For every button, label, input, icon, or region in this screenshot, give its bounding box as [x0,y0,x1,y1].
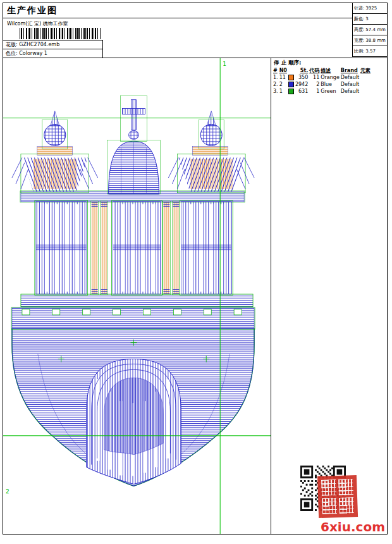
barcode-image [20,28,101,39]
colorway-row: 色位: Colorway 1 [3,49,102,58]
stop-sequence-title: 停 止 顺序: [274,59,301,67]
col-code: 代码 [309,67,320,74]
col-desc: 描述 [320,67,340,74]
studio-subtitle: Wilcom(汇 宝) 绣饰工作室 [7,20,68,27]
col-n0: N0 [279,67,288,74]
pattern-label: 花版: [6,42,18,47]
stat-scale: 比例:3.57 [353,46,387,57]
thread-swatch-green [288,89,294,94]
seal-glyph [322,498,337,514]
castle-embroidery-drawing: 1 2 [3,58,271,534]
architrave-band [21,294,253,307]
content-area: 1 2 停 止 顺序: # N0 St. 代码 描述 [3,58,387,534]
start-marker: 1 [223,61,226,67]
end-marker: 2 [6,488,9,495]
colorway-value: Colorway 1 [19,51,47,56]
stop-sequence-table: # N0 St. 代码 描述 Brand 元素 1. [273,67,371,95]
col-element: 元素 [360,67,371,74]
thread-row: 2. 2 2942 2 Blue Default [273,81,371,88]
left-tower-top [12,111,98,193]
right-tower-top [168,111,254,193]
thread-swatch-orange [288,75,294,80]
pattern-value: GZHC2704.emb [19,42,59,47]
design-stats-box: 针迹:3925 颜色:3 高度:57.4 mm 宽度:38.8 mm 比例:3.… [352,3,387,57]
stop-sequence-header-row: # N0 St. 代码 描述 Brand 元素 [273,67,371,74]
header-divider [3,18,353,18]
stat-height: 高度:57.4 mm [353,25,387,35]
file-info-box: 花版: GZHC2704.emb 色位: Colorway 1 [3,40,103,58]
colorway-label: 色位: [6,51,18,56]
stat-width: 宽度:38.8 mm [353,35,387,46]
col-swatch [288,67,295,74]
pattern-file-row: 花版: GZHC2704.emb [3,40,102,49]
page-title: 生产作业图 [7,5,58,16]
col-num: # [273,67,279,74]
production-worksheet-page: 生产作业图 Wilcom(汇 宝) 绣饰工作室 花版: GZHC2704.emb… [0,0,392,544]
col-brand: Brand [340,67,360,74]
thread-row: 1. 11 350 11 Orange Default [273,74,371,81]
center-dome-and-cross [107,96,161,194]
battlement-band [11,307,255,330]
thread-swatch-blue [288,82,294,87]
seal-glyph [338,479,353,495]
seal-glyph [321,479,336,496]
tower-pillars [35,201,233,295]
castle-gate-arch [87,359,181,484]
watermark-text: 6xiu.com [321,519,385,535]
stat-colors: 颜色:3 [353,14,387,25]
col-st: St. [295,67,309,74]
embroidery-design-canvas: 1 2 [3,58,271,534]
seal-glyph [339,497,354,514]
thread-sequence-panel: 停 止 顺序: # N0 St. 代码 描述 Brand 元素 [271,58,387,534]
page-frame: 生产作业图 Wilcom(汇 宝) 绣饰工作室 花版: GZHC2704.emb… [3,3,388,535]
thread-row: 3. 1 631 1 Green Default [273,88,371,95]
red-seal-stamp [317,475,358,518]
stat-stitches: 针迹:3925 [353,3,387,14]
